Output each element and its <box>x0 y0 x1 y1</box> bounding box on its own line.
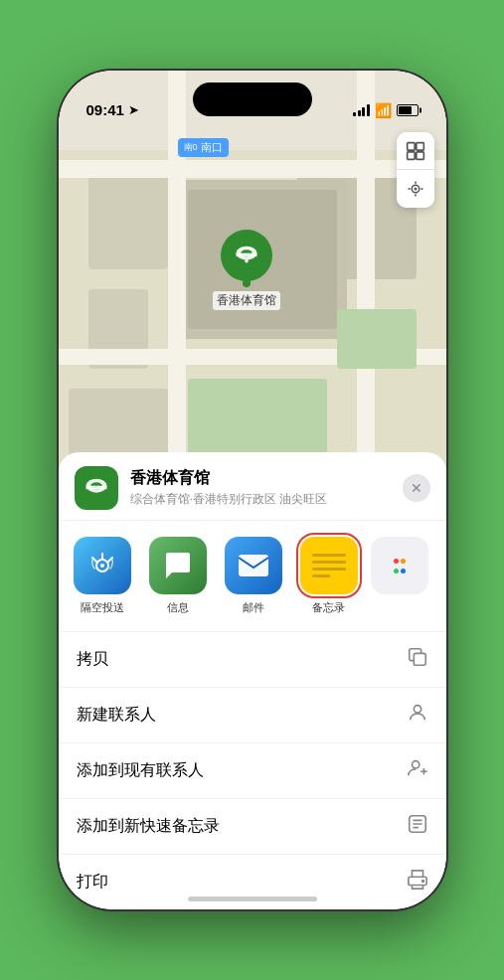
share-more-button[interactable] <box>371 537 428 615</box>
notes-label: 备忘录 <box>312 600 345 615</box>
svg-rect-12 <box>188 379 327 458</box>
svg-rect-10 <box>357 71 375 488</box>
notes-icon <box>300 537 358 594</box>
bottom-sheet: 香港体育馆 综合体育馆·香港特别行政区 油尖旺区 ✕ <box>59 452 446 909</box>
airdrop-icon <box>74 537 131 594</box>
action-new-contact[interactable]: 新建联系人 <box>59 688 446 743</box>
pin-circle <box>221 230 272 281</box>
message-label: 信息 <box>167 600 189 615</box>
share-item-message[interactable]: 信息 <box>144 537 212 615</box>
svg-rect-30 <box>414 653 425 665</box>
battery-icon <box>397 104 419 116</box>
notes-lines <box>312 554 346 577</box>
mail-label: 邮件 <box>243 600 264 615</box>
share-item-airdrop[interactable]: 隔空投送 <box>69 537 136 615</box>
wifi-icon: 📶 <box>375 102 392 118</box>
share-row: 隔空投送 信息 <box>59 521 446 632</box>
message-icon <box>149 537 207 594</box>
action-add-existing-label: 添加到现有联系人 <box>77 760 204 781</box>
action-list: 拷贝 新建联系人 <box>59 632 446 909</box>
action-add-existing[interactable]: 添加到现有联系人 <box>59 743 446 799</box>
svg-rect-2 <box>88 170 168 269</box>
mail-icon <box>225 537 282 594</box>
person-add-icon <box>407 757 428 784</box>
svg-rect-17 <box>416 151 423 159</box>
svg-rect-15 <box>416 142 423 150</box>
person-icon <box>407 702 428 729</box>
status-time: 09:41 <box>86 101 124 118</box>
phone-frame: 09:41 ➤ 📶 <box>59 71 446 909</box>
action-quick-memo-label: 添加到新快速备忘录 <box>77 816 220 837</box>
airdrop-label: 隔空投送 <box>81 600 124 615</box>
svg-point-31 <box>414 706 420 713</box>
svg-rect-14 <box>407 142 415 150</box>
map-label: 南0 南口 <box>178 138 229 157</box>
svg-rect-8 <box>59 160 446 178</box>
svg-point-23 <box>245 259 249 263</box>
venue-name: 香港体育馆 <box>130 468 403 489</box>
map-type-button[interactable] <box>397 132 434 170</box>
more-dots-icon <box>371 537 428 594</box>
venue-info: 香港体育馆 综合体育馆·香港特别行政区 油尖旺区 <box>130 468 403 508</box>
svg-rect-9 <box>168 71 186 488</box>
dynamic-island <box>193 82 312 116</box>
action-copy[interactable]: 拷贝 <box>59 632 446 688</box>
svg-point-32 <box>412 761 419 768</box>
action-copy-label: 拷贝 <box>77 649 108 670</box>
svg-rect-26 <box>85 486 106 490</box>
copy-icon <box>407 646 428 673</box>
sheet-header: 香港体育馆 综合体育馆·香港特别行政区 油尖旺区 ✕ <box>59 452 446 521</box>
stadium-pin[interactable]: 香港体育馆 <box>213 230 280 310</box>
svg-rect-29 <box>239 555 268 576</box>
share-item-notes[interactable]: 备忘录 <box>295 537 363 615</box>
map-label-text: 南口 <box>201 140 223 155</box>
svg-rect-22 <box>236 253 256 256</box>
location-button[interactable] <box>397 170 434 208</box>
action-print-label: 打印 <box>77 872 108 893</box>
action-new-contact-label: 新建联系人 <box>77 705 156 726</box>
pin-label: 香港体育馆 <box>213 291 280 310</box>
memo-icon <box>407 813 428 840</box>
phone-screen: 09:41 ➤ 📶 <box>59 71 446 909</box>
status-icons: 📶 <box>353 102 419 118</box>
svg-point-40 <box>421 880 423 882</box>
signal-bars-icon <box>353 104 370 116</box>
share-item-mail[interactable]: 邮件 <box>220 537 287 615</box>
venue-icon <box>75 466 118 510</box>
venue-description: 综合体育馆·香港特别行政区 油尖旺区 <box>130 491 403 508</box>
close-button[interactable]: ✕ <box>403 474 430 502</box>
svg-point-28 <box>100 564 104 568</box>
map-area[interactable]: 南0 南口 <box>59 71 446 488</box>
location-icon: ➤ <box>128 102 139 117</box>
svg-rect-13 <box>337 309 417 369</box>
printer-icon <box>407 869 428 896</box>
map-controls[interactable] <box>397 132 434 208</box>
action-quick-memo[interactable]: 添加到新快速备忘录 <box>59 799 446 855</box>
home-indicator <box>188 897 317 901</box>
svg-point-19 <box>415 188 417 190</box>
svg-rect-16 <box>407 151 415 159</box>
